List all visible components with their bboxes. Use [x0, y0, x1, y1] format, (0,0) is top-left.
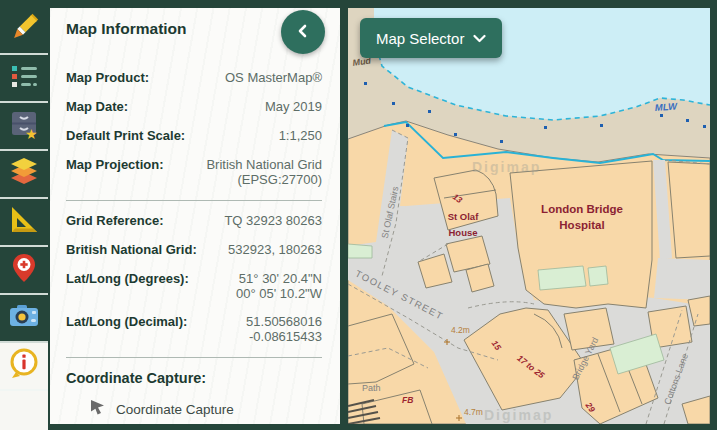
info-section-product: Map Product: OS MasterMap® Map Date: May…	[66, 70, 322, 187]
coordinate-capture-heading: Coordinate Capture:	[66, 370, 322, 386]
map-label: Digimap	[472, 159, 541, 175]
map-label: 4.7m	[464, 407, 483, 417]
map-label: Path	[362, 383, 381, 393]
map-label: London Bridge	[541, 203, 623, 215]
info-row-map-product: Map Product: OS MasterMap®	[66, 70, 322, 86]
row-label: British National Grid:	[66, 242, 197, 258]
map-information-panel: Map Information Map Product: OS MasterMa…	[50, 8, 340, 424]
chevron-down-icon	[473, 34, 486, 43]
row-value: 51° 30' 20.4"N 00° 05' 10.2"W	[236, 271, 322, 301]
chevron-left-icon	[296, 24, 310, 41]
sidebar-item-next-partial[interactable]	[0, 391, 48, 430]
info-section-coordinates: Grid Reference: TQ 32923 80263 British N…	[66, 213, 322, 344]
map-graphic: MudMLWDigimapDigimap13St OlafHouseSt Ola…	[348, 8, 710, 424]
map-label: FB	[402, 395, 413, 405]
map-label: House	[448, 227, 477, 238]
sidebar-item-layers[interactable]	[0, 151, 48, 199]
map-selector-label: Map Selector	[376, 30, 464, 47]
row-label: Default Print Scale:	[66, 128, 185, 144]
row-value: TQ 32923 80263	[224, 213, 322, 228]
map-label: Hospital	[559, 219, 604, 231]
cursor-icon	[88, 398, 106, 420]
row-label: Map Date:	[66, 99, 128, 115]
map-label: St Olaf	[448, 211, 479, 222]
info-row-grid-reference: Grid Reference: TQ 32923 80263	[66, 213, 322, 229]
info-row-bng: British National Grid: 532923, 180263	[66, 242, 322, 258]
row-label: Map Product:	[66, 70, 149, 86]
info-icon	[6, 346, 42, 386]
sidebar-item-add-location[interactable]	[0, 247, 48, 295]
sidebar-item-snapshot[interactable]	[0, 295, 48, 343]
sidebar-item-legend[interactable]	[0, 55, 48, 103]
info-row-print-scale: Default Print Scale: 1:1,250	[66, 128, 322, 144]
map-selector-button[interactable]: Map Selector	[360, 18, 502, 58]
coordinate-capture-label: Coordinate Capture	[116, 402, 234, 417]
info-row-latlong-decimal: Lat/Long (Decimal): 51.50568016 -0.08615…	[66, 314, 322, 344]
map-label: 4.2m	[451, 325, 470, 335]
row-value: May 2019	[265, 99, 322, 114]
map-label: MLW	[654, 100, 678, 113]
info-row-projection: Map Projection: British National Grid (E…	[66, 157, 322, 187]
row-value: 532923, 180263	[228, 242, 322, 257]
row-value: British National Grid (EPSG:27700)	[206, 157, 322, 187]
camera-icon	[7, 299, 41, 337]
section-divider	[66, 357, 322, 358]
toolbar-sidebar: ★	[0, 7, 48, 430]
set-square-icon	[7, 203, 41, 241]
section-divider	[66, 200, 322, 201]
info-row-map-date: Map Date: May 2019	[66, 99, 322, 115]
drawer-star-icon: ★	[7, 107, 41, 145]
row-label: Grid Reference:	[66, 213, 164, 229]
svg-text:★: ★	[25, 126, 38, 141]
sidebar-item-measure[interactable]	[0, 199, 48, 247]
row-label: Lat/Long (Degrees):	[66, 271, 189, 287]
sidebar-item-map-information[interactable]	[0, 343, 48, 391]
info-row-latlong-degrees: Lat/Long (Degrees): 51° 30' 20.4"N 00° 0…	[66, 271, 322, 301]
layers-icon	[7, 155, 41, 193]
map-canvas[interactable]: MudMLWDigimapDigimap13St OlafHouseSt Ola…	[348, 8, 710, 424]
row-label: Map Projection:	[66, 157, 164, 173]
row-label: Lat/Long (Decimal):	[66, 314, 187, 330]
row-value: 51.50568016 -0.08615433	[246, 314, 322, 344]
location-pin-icon	[7, 251, 41, 289]
pencil-icon	[7, 11, 41, 49]
map-label: Digimap	[484, 407, 553, 423]
coordinate-capture-button[interactable]: Coordinate Capture	[88, 398, 322, 420]
row-value: OS MasterMap®	[225, 70, 322, 85]
legend-list-icon	[7, 59, 41, 97]
sidebar-item-saved-maps[interactable]: ★	[0, 103, 48, 151]
row-value: 1:1,250	[279, 128, 322, 143]
app-window: ★	[0, 0, 717, 430]
collapse-panel-button[interactable]	[281, 10, 325, 54]
sidebar-item-draw[interactable]	[0, 7, 48, 55]
